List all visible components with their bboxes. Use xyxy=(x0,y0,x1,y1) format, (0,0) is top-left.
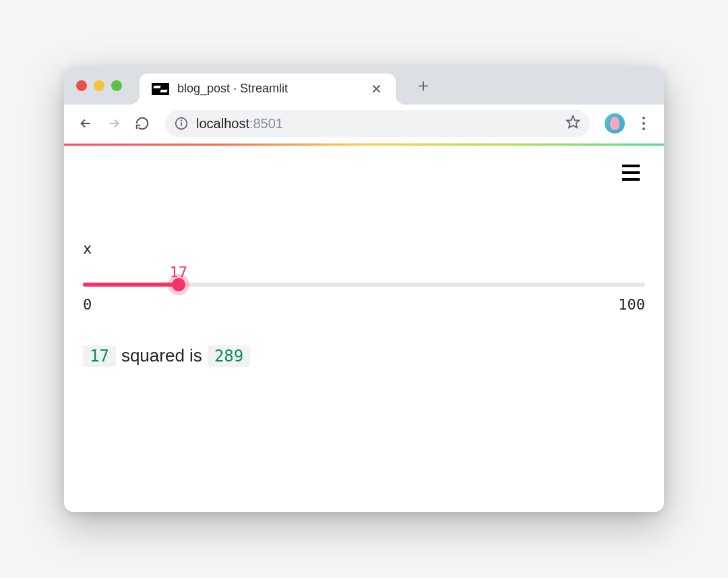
slider-max: 100 xyxy=(618,296,645,313)
forward-button[interactable] xyxy=(102,111,126,136)
info-icon xyxy=(175,117,188,130)
slider-fill xyxy=(83,283,179,287)
svg-marker-3 xyxy=(567,116,579,127)
page-viewport: x 17 0 100 17 squared is 289 xyxy=(64,146,664,512)
result-output-chip: 289 xyxy=(208,345,250,367)
url-text: localhost:8501 xyxy=(196,116,557,132)
tab-close-button[interactable]: ✕ xyxy=(367,80,386,98)
arrow-left-icon xyxy=(78,116,93,131)
result-line: 17 squared is 289 xyxy=(83,345,645,367)
browser-window: blog_post · Streamlit ✕ ＋ localhost:8501 xyxy=(64,67,664,512)
svg-point-2 xyxy=(181,120,182,121)
slider-thumb[interactable] xyxy=(172,278,185,291)
window-close-button[interactable] xyxy=(76,80,87,91)
new-tab-button[interactable]: ＋ xyxy=(415,74,432,97)
browser-tab[interactable]: blog_post · Streamlit ✕ xyxy=(140,74,396,105)
reload-button[interactable] xyxy=(130,111,154,136)
arrow-right-icon xyxy=(107,116,121,131)
slider[interactable]: 17 xyxy=(83,264,645,287)
site-info-button[interactable] xyxy=(175,117,188,130)
address-bar[interactable]: localhost:8501 xyxy=(165,110,590,137)
slider-label: x xyxy=(83,240,645,257)
app-content: x 17 0 100 17 squared is 289 xyxy=(64,146,664,367)
window-controls xyxy=(76,80,122,91)
browser-menu-button[interactable] xyxy=(633,117,655,130)
result-input-chip: 17 xyxy=(83,345,116,367)
star-icon xyxy=(566,115,580,129)
slider-track[interactable] xyxy=(83,283,645,287)
tab-title: blog_post · Streamlit xyxy=(177,82,359,96)
url-port: :8501 xyxy=(249,116,283,131)
tab-strip: blog_post · Streamlit ✕ ＋ xyxy=(64,67,664,105)
slider-range-labels: 0 100 xyxy=(83,296,645,313)
streamlit-favicon-icon xyxy=(152,83,169,95)
back-button[interactable] xyxy=(73,111,98,136)
window-maximize-button[interactable] xyxy=(111,80,122,91)
slider-min: 0 xyxy=(83,296,92,313)
app-menu-button[interactable] xyxy=(622,165,640,181)
bookmark-button[interactable] xyxy=(566,115,580,132)
profile-avatar[interactable] xyxy=(605,113,625,134)
window-minimize-button[interactable] xyxy=(94,80,104,91)
reload-icon xyxy=(135,116,150,131)
url-host: localhost xyxy=(196,116,249,131)
result-text: squared is xyxy=(121,345,202,366)
browser-toolbar: localhost:8501 xyxy=(64,105,664,144)
